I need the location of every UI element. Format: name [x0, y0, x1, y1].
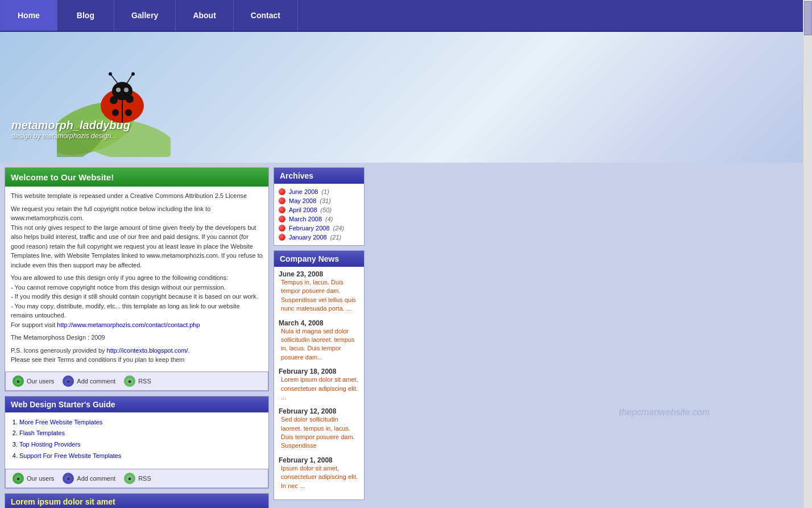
- archive-link-1[interactable]: May 2008: [289, 197, 316, 204]
- welcome-header: Welcome to Our Website!: [5, 168, 268, 187]
- guide-comment-label: Add comment: [77, 475, 115, 482]
- archive-dot: [279, 225, 285, 232]
- svg-point-11: [109, 72, 112, 76]
- archives-header: Archives: [274, 168, 364, 184]
- nav-item-about[interactable]: About: [176, 0, 233, 31]
- main-content: Welcome to Our Website! This website tem…: [0, 163, 812, 508]
- news-text-0: Tempus in, lacus. Duis tempor posuere da…: [279, 278, 359, 313]
- rss-icon: ●: [124, 375, 135, 387]
- guide-action-bar: ● Our users ● Add comment ● RSS: [5, 469, 268, 488]
- guide-users-icon: ●: [13, 473, 24, 484]
- archive-link-2[interactable]: April 2008: [289, 206, 317, 213]
- icons-link[interactable]: http://icontexto.blogspot.com/: [107, 347, 188, 354]
- guide-rss-icon: ●: [124, 473, 135, 484]
- guide-item-4[interactable]: Support For Free Website Templates: [19, 452, 121, 459]
- comment-icon: ●: [63, 375, 74, 387]
- archive-link-4[interactable]: February 2008: [289, 225, 330, 232]
- guide-list: More Free Website Templates Flash Templa…: [5, 412, 268, 466]
- archive-count-4: (24): [333, 225, 345, 232]
- news-item: February 1, 2008Ipsum dolor sit amet, co…: [279, 456, 359, 490]
- svg-line-12: [126, 75, 132, 84]
- users-label: Our users: [27, 378, 54, 385]
- news-header: Company News: [274, 251, 364, 267]
- news-body: June 23, 2008Tempus in, lacus. Duis temp…: [274, 267, 364, 499]
- archive-dot: [279, 197, 285, 204]
- hero-title: metamorph_laddybug: [11, 119, 130, 132]
- left-column: Welcome to Our Website! This website tem…: [5, 167, 269, 508]
- archive-count-2: (50): [321, 206, 332, 213]
- svg-point-8: [112, 109, 119, 116]
- archive-count-3: (4): [325, 216, 333, 222]
- news-text-3: Sed dolor sollicitudin laoreet. tempus i…: [279, 415, 359, 451]
- hero-illustration: [57, 55, 171, 157]
- comment-button[interactable]: ● Add comment: [63, 375, 115, 387]
- guide-comment-button[interactable]: ● Add comment: [63, 473, 115, 484]
- news-text-2: Lorem ipsum dolor sit amet, consectetuer…: [279, 375, 359, 402]
- lorem-header: Lorem ipsum dolor sit amet: [5, 494, 268, 508]
- nav-item-home[interactable]: Home: [0, 0, 57, 31]
- welcome-body: This website template is repeased under …: [5, 187, 268, 369]
- archive-dot: [279, 188, 285, 195]
- svg-line-10: [111, 75, 118, 84]
- right-sidebar: Archives June 2008 (1)May 2008 (31)April…: [274, 167, 364, 508]
- news-item: February 12, 2008Sed dolor sollicitudin …: [279, 407, 359, 451]
- guide-rss-button[interactable]: ● RSS: [124, 473, 151, 484]
- navigation: HomeBlogGalleryAboutContact: [0, 0, 812, 32]
- archive-item: January 2008 (21): [279, 233, 359, 242]
- guide-rss-label: RSS: [138, 475, 151, 482]
- support-link[interactable]: http://www.metamorphozis.com/contact/con…: [57, 321, 200, 328]
- news-text-1: Nula id magna sed dolor sollicitudin lao…: [279, 327, 359, 362]
- guide-item-3[interactable]: Top Hosting Providers: [19, 441, 81, 448]
- welcome-para4: The Metamorphoss Design : 2009: [11, 333, 263, 342]
- svg-point-14: [116, 88, 121, 92]
- lorem-panel: Lorem ipsum dolor sit amet In nec risus …: [5, 493, 269, 508]
- archive-item: May 2008 (31): [279, 196, 359, 205]
- archive-item: March 2008 (4): [279, 214, 359, 224]
- guide-panel: Web Design Starter's Guide More Free Web…: [5, 396, 269, 489]
- users-icon: ●: [13, 375, 24, 387]
- archive-count-5: (21): [330, 234, 342, 241]
- svg-point-9: [125, 109, 132, 116]
- welcome-para3: You are allowed to use this design only …: [11, 273, 263, 329]
- archive-item: February 2008 (24): [279, 224, 359, 233]
- archive-count-0: (1): [321, 188, 329, 195]
- guide-item-2[interactable]: Flash Templates: [19, 429, 65, 436]
- news-date-1: March 4, 2008: [279, 319, 359, 327]
- news-item: June 23, 2008Tempus in, lacus. Duis temp…: [279, 270, 359, 313]
- archive-count-1: (31): [320, 197, 331, 204]
- svg-point-15: [124, 88, 129, 92]
- scrollbar[interactable]: [803, 0, 812, 508]
- welcome-para1: This website template is repeased under …: [11, 191, 263, 201]
- archive-dot: [279, 234, 285, 241]
- archive-link-5[interactable]: January 2008: [289, 234, 327, 241]
- archives-panel: Archives June 2008 (1)May 2008 (31)April…: [274, 167, 364, 246]
- news-text-4: Ipsum dolor sit amet, consectetuer adipi…: [279, 464, 359, 490]
- archive-link-3[interactable]: March 2008: [289, 216, 322, 222]
- guide-users-label: Our users: [27, 475, 54, 482]
- rss-label: RSS: [138, 378, 151, 385]
- news-date-4: February 1, 2008: [279, 456, 359, 464]
- archive-item: June 2008 (1): [279, 187, 359, 196]
- scrollbar-thumb[interactable]: [804, 1, 812, 35]
- users-button[interactable]: ● Our users: [13, 375, 54, 387]
- hero-banner: metamorph_laddybug design by metamorphoz…: [0, 32, 812, 163]
- welcome-para2: We request you retain the full copyright…: [11, 204, 263, 270]
- nav-item-blog[interactable]: Blog: [57, 0, 114, 31]
- archives-body: June 2008 (1)May 2008 (31)April 2008 (50…: [274, 184, 364, 245]
- guide-users-button[interactable]: ● Our users: [13, 473, 54, 484]
- archive-item: April 2008 (50): [279, 205, 359, 214]
- company-news-panel: Company News June 23, 2008Tempus in, lac…: [274, 250, 364, 500]
- nav-item-gallery[interactable]: Gallery: [114, 0, 176, 31]
- guide-item-1[interactable]: More Free Website Templates: [19, 419, 102, 426]
- svg-point-7: [126, 95, 134, 103]
- archive-link-0[interactable]: June 2008: [289, 188, 318, 195]
- news-date-2: February 18, 2008: [279, 367, 359, 375]
- rss-button[interactable]: ● RSS: [124, 375, 151, 387]
- welcome-panel: Welcome to Our Website! This website tem…: [5, 167, 269, 391]
- nav-item-contact[interactable]: Contact: [234, 0, 298, 31]
- hero-subtitle: design by metamorphozis design...: [11, 132, 130, 140]
- archive-dot: [279, 216, 285, 222]
- guide-header: Web Design Starter's Guide: [5, 397, 268, 412]
- news-date-0: June 23, 2008: [279, 270, 359, 278]
- news-item: March 4, 2008Nula id magna sed dolor sol…: [279, 319, 359, 362]
